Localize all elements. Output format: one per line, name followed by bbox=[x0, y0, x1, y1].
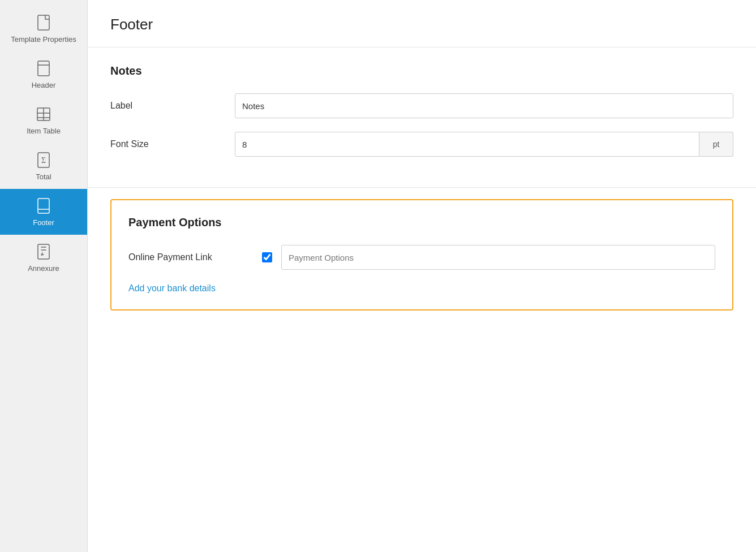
sidebar-item-label: Template Properties bbox=[11, 35, 76, 44]
sidebar-item-template-properties[interactable]: Template Properties bbox=[0, 6, 87, 51]
sidebar-item-label: Header bbox=[32, 81, 56, 89]
svg-rect-9 bbox=[38, 199, 49, 213]
payment-options-heading: Payment Options bbox=[128, 216, 715, 229]
svg-text:Σ: Σ bbox=[41, 156, 46, 165]
payment-options-input[interactable] bbox=[281, 245, 715, 270]
font-size-form-row: Font Size pt bbox=[110, 132, 733, 157]
annexure-icon bbox=[35, 243, 53, 261]
online-payment-checkbox[interactable] bbox=[262, 252, 272, 262]
header-icon bbox=[35, 59, 53, 77]
bank-details-row: Add your bank details bbox=[128, 283, 715, 294]
footer-header: Footer bbox=[88, 0, 756, 48]
label-form-row: Label bbox=[110, 93, 733, 118]
document-icon bbox=[35, 14, 53, 32]
label-field-label: Label bbox=[110, 101, 235, 111]
label-input[interactable] bbox=[235, 93, 733, 118]
page-title: Footer bbox=[110, 16, 733, 33]
footer-icon bbox=[35, 197, 53, 215]
sidebar-item-header[interactable]: Header bbox=[0, 51, 87, 97]
svg-rect-1 bbox=[38, 61, 49, 76]
notes-heading: Notes bbox=[110, 64, 733, 77]
svg-rect-0 bbox=[38, 15, 49, 30]
online-payment-checkbox-wrapper bbox=[253, 252, 281, 262]
sidebar-item-footer[interactable]: Footer bbox=[0, 189, 87, 235]
font-size-unit: pt bbox=[699, 132, 733, 157]
font-size-label: Font Size bbox=[110, 139, 235, 149]
font-size-input[interactable] bbox=[235, 132, 699, 157]
sidebar-item-annexure[interactable]: Annexure bbox=[0, 235, 87, 281]
sidebar-item-label: Annexure bbox=[28, 264, 59, 273]
online-payment-row: Online Payment Link bbox=[128, 245, 715, 270]
add-bank-details-link[interactable]: Add your bank details bbox=[128, 283, 216, 294]
sidebar-item-total[interactable]: Σ Total bbox=[0, 143, 87, 189]
sigma-icon: Σ bbox=[35, 151, 53, 169]
sidebar-item-label: Item Table bbox=[27, 127, 61, 135]
sidebar: Template Properties Header Item Table Σ bbox=[0, 0, 88, 552]
sidebar-item-item-table[interactable]: Item Table bbox=[0, 97, 87, 143]
online-payment-label: Online Payment Link bbox=[128, 252, 253, 262]
sidebar-item-label: Footer bbox=[33, 218, 54, 227]
notes-section: Notes Label Font Size pt bbox=[88, 48, 756, 188]
table-icon bbox=[35, 105, 53, 123]
sidebar-item-label: Total bbox=[36, 172, 51, 181]
payment-options-section: Payment Options Online Payment Link Add … bbox=[110, 199, 733, 310]
main-content: Footer Notes Label Font Size pt Payment … bbox=[88, 0, 756, 552]
svg-rect-11 bbox=[38, 244, 49, 259]
